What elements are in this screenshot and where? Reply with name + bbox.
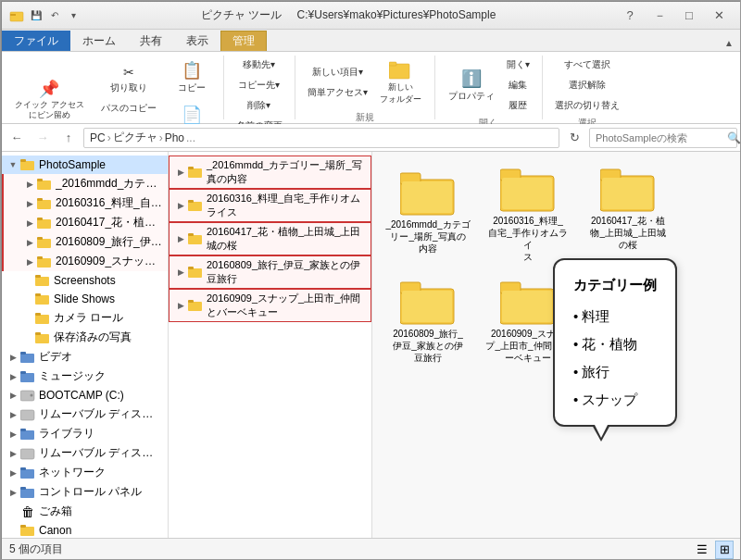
sidebar-item-folder1[interactable]: ▶ _2016mmdd_カテゴリー_場所_写真の内容 xyxy=(2,174,168,193)
close-button[interactable]: ✕ xyxy=(704,2,734,30)
delete-button[interactable]: 削除▾ xyxy=(232,96,287,115)
save-button[interactable]: 💾 xyxy=(28,7,44,24)
select-all-button[interactable]: すべて選択 xyxy=(550,56,624,74)
path-copy-button[interactable]: パスのコピー xyxy=(92,99,166,118)
folder-icon xyxy=(188,198,203,213)
expand-icon: ▶ xyxy=(173,265,188,280)
content-split: ▶ _2016mmdd_カテゴリー_場所_写真の内容 ▶ 20160316_料理… xyxy=(169,152,741,538)
list-item-1[interactable]: ▶ _2016mmdd_カテゴリー_場所_写真の内容 xyxy=(169,156,371,189)
sidebar-item-saved[interactable]: 保存済みの写真 xyxy=(2,328,168,347)
forward-button[interactable]: → xyxy=(31,127,54,149)
help-button[interactable]: ? xyxy=(615,2,645,30)
back-button[interactable]: ← xyxy=(6,127,28,149)
properties-button[interactable]: ℹ️ プロパティ xyxy=(443,64,500,106)
move-to-button[interactable]: 移動先▾ xyxy=(232,56,287,74)
sidebar-item-slideshows[interactable]: Slide Shows xyxy=(2,290,168,308)
sidebar-item-screenshots[interactable]: Screenshots xyxy=(2,271,168,290)
speech-bubble-title: カテゴリー例 xyxy=(573,271,657,299)
expand-icon: ▶ xyxy=(6,407,20,422)
folder-icon xyxy=(37,177,52,192)
copy-to-button[interactable]: コピー先▾ xyxy=(232,76,287,94)
easy-access-button[interactable]: 簡単アクセス▾ xyxy=(303,83,372,102)
sidebar-item-camera[interactable]: カメラ ロール xyxy=(2,308,168,328)
tab-share[interactable]: 共有 xyxy=(128,31,174,51)
list-item-label-1: _2016mmdd_カテゴリー_場所_写真の内容 xyxy=(207,158,363,186)
expand-icon: ▼ xyxy=(6,157,20,172)
new-folder-button[interactable]: 新しいフォルダー xyxy=(374,56,427,109)
tab-file[interactable]: ファイル xyxy=(2,31,70,51)
sidebar-label-folder1: _2016mmdd_カテゴリー_場所_写真の内容 xyxy=(56,176,164,192)
tab-manage[interactable]: 管理 xyxy=(220,31,267,51)
title-bar-left: 💾 ↶ ▾ xyxy=(9,7,82,24)
refresh-button[interactable]: ↻ xyxy=(563,127,585,149)
svg-rect-9 xyxy=(37,200,51,209)
list-item-3[interactable]: ▶ 20160417_花・植物_上田城_上田城の桜 xyxy=(169,222,371,255)
svg-rect-31 xyxy=(20,410,34,420)
sidebar-item-video[interactable]: ▶ ビデオ xyxy=(2,347,168,367)
svg-rect-4 xyxy=(389,62,396,66)
search-input[interactable] xyxy=(596,132,723,143)
svg-rect-14 xyxy=(37,237,43,240)
sidebar-item-trash[interactable]: 🗑 ごみ箱 xyxy=(2,502,168,521)
pin-button[interactable]: 📌 クイック アクセスにピン留め xyxy=(9,74,90,124)
svg-rect-6 xyxy=(20,159,26,162)
edit-button[interactable]: 編集 xyxy=(502,76,534,94)
sidebar-item-network[interactable]: ▶ ネットワーク xyxy=(2,463,168,482)
expand-icon: ▶ xyxy=(6,427,20,442)
search-box[interactable]: 🔍 xyxy=(589,128,737,148)
ribbon-group-open: ℹ️ プロパティ 開く▾ 編集 履歴 開く xyxy=(435,56,543,119)
sidebar-label-folder5: 20160909_スナップ_上田市_仲間とバーベキュー xyxy=(56,254,164,269)
expand-icon: ▶ xyxy=(173,231,188,246)
folder-icon xyxy=(37,196,52,211)
thumb-folder-4[interactable]: 20160809_旅行_伊豆_家族との伊豆旅行 xyxy=(382,274,474,367)
undo-button[interactable]: ↶ xyxy=(46,7,63,24)
sidebar-item-music[interactable]: ▶ ミュージック xyxy=(2,367,168,386)
thumb-folder-1[interactable]: _2016mmdd_カテゴリー_場所_写真の内容 xyxy=(382,165,474,267)
tab-view[interactable]: 表示 xyxy=(174,31,220,51)
folder-icon xyxy=(37,255,52,269)
thumb-label-3: 20160417_花・植物_上田城_上田城の桜 xyxy=(590,215,665,251)
sidebar-item-photosample[interactable]: ▼ PhotoSample xyxy=(2,156,168,174)
maximize-button[interactable]: □ xyxy=(674,2,704,30)
svg-rect-17 xyxy=(35,277,49,286)
list-item-5[interactable]: ▶ 20160909_スナップ_上田市_仲間とバーベキュー xyxy=(169,289,371,322)
svg-rect-12 xyxy=(37,218,43,220)
sidebar-item-canon[interactable]: Canon xyxy=(2,521,168,538)
expand-icon xyxy=(20,330,35,345)
invert-selection-button[interactable]: 選択の切り替え xyxy=(550,96,624,115)
ribbon-group-new: 新しい項目▾ 簡単アクセス▾ 新しいフォルダー 新規 xyxy=(295,56,435,119)
sidebar-item-folder5[interactable]: ▶ 20160909_スナップ_上田市_仲間とバーベキュー xyxy=(2,252,168,271)
view-list-button[interactable]: ☰ xyxy=(693,541,711,559)
folder-icon xyxy=(188,265,203,280)
sidebar-item-folder4[interactable]: ▶ 20160809_旅行_伊豆_家族との伊豆旅行 xyxy=(2,232,168,252)
history-button[interactable]: 履歴 xyxy=(502,96,534,115)
svg-rect-21 xyxy=(35,315,49,324)
sidebar-label-screenshots: Screenshots xyxy=(54,274,116,287)
ribbon-collapse-button[interactable]: ▲ xyxy=(721,34,737,51)
tab-home[interactable]: ホーム xyxy=(70,31,128,51)
sidebar-item-library[interactable]: ▶ ライブラリ xyxy=(2,424,168,443)
address-path[interactable]: PC › ピクチャ › Pho ... xyxy=(83,128,559,148)
open-button[interactable]: 開く▾ xyxy=(502,56,534,74)
title-bar: 💾 ↶ ▾ ピクチャ ツール C:¥Users¥mako¥Pictures¥Ph… xyxy=(2,2,741,30)
sidebar-item-bootcamp[interactable]: ▶ BOOTCAMP (C:) xyxy=(2,386,168,404)
sidebar-item-controlpanel[interactable]: ▶ コントロール パネル xyxy=(2,482,168,502)
view-tile-button[interactable]: ⊞ xyxy=(715,541,734,559)
speech-bubble-item-2: • 花・植物 xyxy=(573,330,657,358)
thumb-folder-2[interactable]: 20160316_料理_自宅_手作りオムライス xyxy=(482,161,574,267)
copy-button[interactable]: 📋 コピー xyxy=(168,56,216,98)
dropdown-button[interactable]: ▾ xyxy=(65,7,82,24)
list-item-2[interactable]: ▶ 20160316_料理_自宅_手作りオムライス xyxy=(169,189,371,222)
up-button[interactable]: ↑ xyxy=(57,127,80,149)
sidebar-item-folder3[interactable]: ▶ 20160417_花・植物_上田城_上田城の桜 xyxy=(2,213,168,232)
sidebar-item-removable1[interactable]: ▶ リムーバブル ディスク (E:) xyxy=(2,404,168,424)
expand-icon: ▶ xyxy=(22,235,37,250)
sidebar-item-removable2[interactable]: ▶ リムーバブル ディスク (E:) xyxy=(2,443,168,463)
sidebar-item-folder2[interactable]: ▶ 20160316_料理_自宅_手作りオムライス xyxy=(2,193,168,213)
list-item-4[interactable]: ▶ 20160809_旅行_伊豆_家族との伊豆旅行 xyxy=(169,255,371,289)
new-item-button[interactable]: 新しい項目▾ xyxy=(308,63,368,81)
deselect-button[interactable]: 選択解除 xyxy=(550,76,624,94)
cut-button[interactable]: ✂ 切り取り xyxy=(92,60,166,97)
thumb-folder-3[interactable]: 20160417_花・植物_上田城_上田城の桜 xyxy=(582,161,674,267)
minimize-button[interactable]: － xyxy=(645,2,674,30)
